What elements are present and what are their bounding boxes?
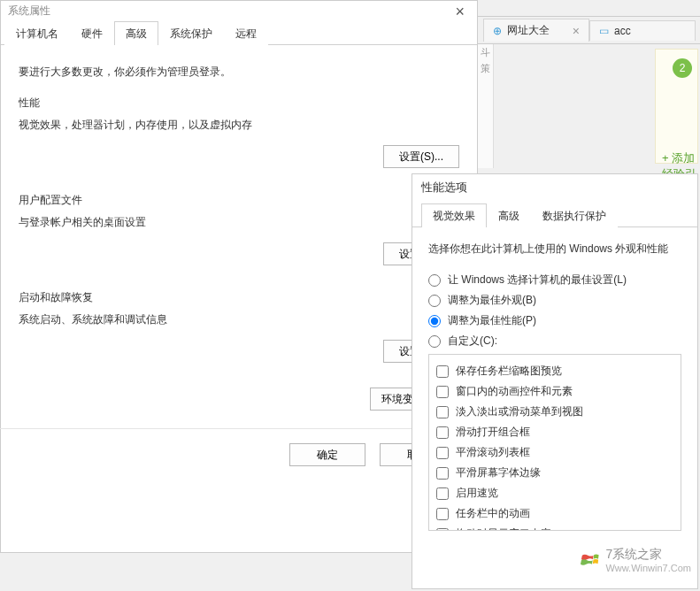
browser-tab-0[interactable]: ⊕网址大全× [483, 19, 589, 42]
perf-check-input-7[interactable] [436, 508, 449, 520]
perf-check-input-5[interactable] [436, 467, 449, 480]
sysprop-tab-1[interactable]: 硬件 [70, 21, 114, 45]
perf-check-6[interactable]: 启用速览 [436, 486, 673, 501]
browser-tab-1[interactable]: ▭acc [589, 20, 696, 41]
browser-tab-label: 网址大全 [507, 23, 550, 38]
user-profiles-heading: 用户配置文件 [19, 193, 459, 208]
perf-title: 性能选项 [412, 174, 697, 203]
perf-check-7[interactable]: 任务栏中的动画 [436, 506, 673, 521]
step-number-badge: 2 [673, 58, 692, 78]
perf-check-label: 启用速览 [456, 486, 498, 501]
sidebar-char: 斗 [478, 44, 493, 60]
perf-check-input-6[interactable] [436, 487, 449, 500]
perf-radio-label: 调整为最佳性能(P) [448, 313, 536, 328]
user-profiles-section: 用户配置文件 与登录帐户相关的桌面设置 设置(E)... [19, 193, 459, 265]
startup-recovery-section: 启动和故障恢复 系统启动、系统故障和调试信息 设置(T)... [19, 290, 459, 363]
system-properties-dialog: 系统属性 × 计算机名硬件高级系统保护远程 要进行大多数更改，你必须作为管理员登… [0, 0, 478, 553]
perf-check-label: 拖动时显示窗口内容 [456, 526, 551, 531]
sysprop-tab-2[interactable]: 高级 [114, 21, 158, 45]
ok-button[interactable]: 确定 [289, 443, 365, 466]
perf-check-4[interactable]: 平滑滚动列表框 [436, 445, 673, 460]
browser-sidebar: 斗策 [478, 44, 494, 168]
sysprop-advanced-pane: 要进行大多数更改，你必须作为管理员登录。 性能 视觉效果，处理器计划，内存使用，… [1, 45, 477, 419]
performance-options-dialog: 性能选项 视觉效果高级数据执行保护 选择你想在此计算机上使用的 Windows … [412, 173, 698, 589]
perf-check-8[interactable]: 拖动时显示窗口内容 [436, 526, 673, 531]
sysprop-tab-4[interactable]: 远程 [224, 21, 268, 45]
perf-radio-0[interactable]: 让 Windows 选择计算机的最佳设置(L) [428, 272, 681, 288]
dialog-button-row: 确定 取消 [1, 433, 477, 477]
perf-check-input-8[interactable] [436, 528, 449, 532]
perf-radio-input-1[interactable] [428, 295, 441, 307]
perf-check-label: 任务栏中的动画 [456, 506, 530, 521]
perf-radio-input-3[interactable] [428, 335, 441, 348]
performance-heading: 性能 [19, 96, 459, 111]
perf-check-label: 滑动打开组合框 [456, 425, 530, 440]
perf-radio-input-0[interactable] [428, 274, 441, 287]
perf-radio-3[interactable]: 自定义(C): [428, 334, 681, 349]
perf-radio-label: 自定义(C): [448, 334, 497, 349]
perf-radio-label: 调整为最佳外观(B) [448, 293, 536, 308]
perf-check-2[interactable]: 淡入淡出或滑动菜单到视图 [436, 404, 673, 419]
browser-tabstrip: ⊕网址大全×▭acc [478, 16, 700, 44]
perf-radio-group: 让 Windows 选择计算机的最佳设置(L)调整为最佳外观(B)调整为最佳性能… [428, 272, 681, 349]
performance-settings-button[interactable]: 设置(S)... [383, 145, 459, 168]
perf-check-input-4[interactable] [436, 447, 449, 459]
perf-check-input-2[interactable] [436, 406, 449, 418]
perf-checkbox-list[interactable]: 保存任务栏缩略图预览窗口内的动画控件和元素淡入淡出或滑动菜单到视图滑动打开组合框… [428, 354, 681, 531]
perf-check-input-0[interactable] [436, 365, 449, 378]
close-icon[interactable]: × [450, 5, 470, 18]
perf-check-label: 平滑屏幕字体边缘 [456, 465, 541, 480]
perf-tab-2[interactable]: 数据执行保护 [531, 203, 618, 227]
perf-check-label: 淡入淡出或滑动菜单到视图 [456, 404, 583, 419]
perf-check-input-1[interactable] [436, 386, 449, 398]
perf-check-1[interactable]: 窗口内的动画控件和元素 [436, 384, 673, 399]
perf-check-label: 平滑滚动列表框 [456, 445, 530, 460]
startup-recovery-heading: 启动和故障恢复 [19, 290, 459, 305]
browser-tab-label: acc [614, 25, 631, 37]
perf-visual-effects-pane: 选择你想在此计算机上使用的 Windows 外观和性能 让 Windows 选择… [412, 227, 697, 536]
perf-check-input-3[interactable] [436, 426, 449, 439]
perf-tabstrip: 视觉效果高级数据执行保护 [412, 203, 697, 227]
perf-check-label: 保存任务栏缩略图预览 [456, 364, 562, 379]
perf-prompt: 选择你想在此计算机上使用的 Windows 外观和性能 [428, 242, 681, 257]
perf-check-5[interactable]: 平滑屏幕字体边缘 [436, 465, 673, 480]
globe-icon: ⊕ [493, 25, 502, 37]
perf-radio-2[interactable]: 调整为最佳性能(P) [428, 313, 681, 328]
perf-check-0[interactable]: 保存任务栏缩略图预览 [436, 364, 673, 379]
startup-recovery-desc: 系统启动、系统故障和调试信息 [19, 312, 459, 327]
sysprop-tabstrip: 计算机名硬件高级系统保护远程 [1, 20, 477, 45]
perf-tab-1[interactable]: 高级 [487, 203, 531, 227]
perf-check-label: 窗口内的动画控件和元素 [456, 384, 573, 399]
user-profiles-desc: 与登录帐户相关的桌面设置 [19, 215, 459, 230]
performance-section: 性能 视觉效果，处理器计划，内存使用，以及虚拟内存 设置(S)... [19, 96, 459, 168]
sysprop-title-text: 系统属性 [8, 4, 50, 19]
perf-radio-input-2[interactable] [428, 315, 441, 327]
sysprop-titlebar: 系统属性 × [1, 1, 477, 20]
perf-tab-0[interactable]: 视觉效果 [421, 203, 487, 227]
sysprop-tab-0[interactable]: 计算机名 [4, 21, 70, 45]
perf-check-3[interactable]: 滑动打开组合框 [436, 425, 673, 440]
page-icon: ▭ [599, 25, 609, 37]
performance-desc: 视觉效果，处理器计划，内存使用，以及虚拟内存 [19, 118, 459, 133]
sysprop-tab-3[interactable]: 系统保护 [158, 21, 224, 45]
sidebar-char: 策 [478, 60, 493, 76]
perf-radio-label: 让 Windows 选择计算机的最佳设置(L) [448, 272, 627, 288]
perf-radio-1[interactable]: 调整为最佳外观(B) [428, 293, 681, 308]
close-icon[interactable]: × [573, 24, 580, 38]
admin-hint: 要进行大多数更改，你必须作为管理员登录。 [19, 65, 459, 80]
